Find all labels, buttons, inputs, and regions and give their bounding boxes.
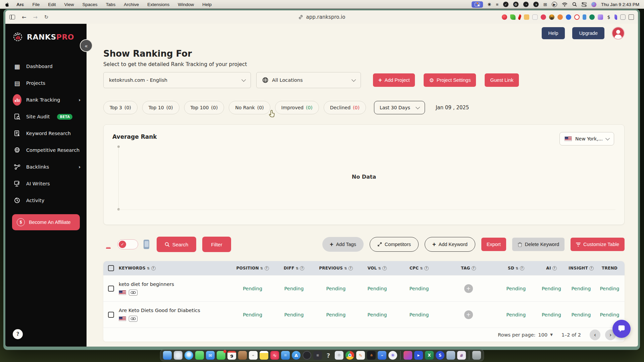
info-icon[interactable]: ? [589,266,594,270]
grid-status-icon[interactable]: ⊞ [543,2,547,7]
info-icon[interactable]: ? [472,266,476,270]
help-bubble-button[interactable]: ? [13,329,23,339]
menu-file[interactable]: File [33,2,40,7]
dock-icon-app-b[interactable]: ▶ [414,351,423,360]
ext-icon-dollar[interactable]: $ [606,14,611,20]
info-icon[interactable]: ? [265,266,269,270]
sidebar-item-dashboard[interactable]: ▦ Dashboard [5,58,87,75]
column-vol[interactable]: VOL ⇅ ? [358,266,397,270]
sidebar-toggle-icon[interactable] [9,15,15,19]
spotlight-search-icon[interactable] [572,2,577,7]
add-tag-button[interactable]: + [464,284,473,293]
sidebar-item-backlinks[interactable]: Backlinks › [5,159,87,175]
info-icon[interactable]: ? [520,266,524,270]
sort-icon[interactable]: ⇅ [516,266,519,270]
sidebar-item-projects[interactable]: ▤ Projects [5,75,87,92]
ext-icon-card[interactable] [620,14,626,20]
dock-icon-screenshot[interactable]: ⌾ [335,351,343,360]
guest-link-button[interactable]: Guest Link [485,73,519,87]
sidebar-item-site-audit[interactable]: Site Audit BETA [5,108,87,125]
ext-icon-red-disc[interactable] [541,14,546,20]
chip-improved[interactable]: Improved (0) [275,101,319,114]
dock-icon-messages[interactable] [195,351,204,360]
chevron-down-icon[interactable]: ▼ [550,333,553,337]
dock-icon-app-store[interactable]: A [292,351,301,360]
chart-location-select[interactable]: New York,... [559,132,614,145]
menu-extensions[interactable]: Extensions [147,2,169,7]
dock-icon-keynote[interactable]: ⌗ [281,351,290,360]
menu-help[interactable]: Help [202,2,212,7]
forward-icon[interactable]: → [33,14,37,20]
apple-menu-icon[interactable] [5,2,10,7]
menu-arc[interactable]: Arc [16,2,24,7]
column-tag[interactable]: TAG ? [441,266,495,270]
column-ai[interactable]: AI ? [537,266,566,270]
ext-icon-blue[interactable] [566,14,571,20]
dock-icon-slack[interactable]: # [457,351,466,360]
sort-icon[interactable]: ⇅ [147,266,150,270]
row-checkbox[interactable] [108,286,114,292]
reload-icon[interactable]: ↻ [44,14,49,20]
dock-icon-finder[interactable] [163,351,172,360]
play-status-icon[interactable]: ▶ [552,2,557,7]
delete-keyword-button[interactable]: Delete Keyword [512,238,565,251]
export-button[interactable]: Export [481,238,506,251]
dock-icon-contacts[interactable] [238,351,247,360]
ext-icon-folder[interactable] [524,14,529,20]
keyword-name[interactable]: keto diet for beginners [119,282,231,287]
column-cpc[interactable]: CPC ⇅ ? [397,266,441,270]
column-sd[interactable]: SD ⇅ ? [495,266,537,270]
menu-view[interactable]: View [64,2,74,7]
chip-no-rank[interactable]: No Rank (0) [229,101,270,114]
column-previous[interactable]: PREVIOUS ⇅ ? [314,266,358,270]
control-center-icon[interactable] [582,2,587,7]
info-icon[interactable]: ? [151,266,156,270]
select-all-checkbox[interactable] [108,265,114,271]
dock-icon-trash[interactable] [472,351,481,360]
ext-icon-monkey[interactable] [557,14,563,20]
rows-per-page-select[interactable]: 100 [538,332,547,338]
ext-icon-pen[interactable] [518,14,522,20]
textlines-status-icon[interactable]: ≡ [496,2,498,7]
sort-icon[interactable]: ⇅ [378,266,381,270]
gear-status-icon[interactable]: ⚙ [513,2,519,7]
sidebar-item-rank-tracking[interactable]: Rank Tracking › [5,92,87,108]
split-view-icon[interactable] [629,14,634,20]
dock-icon-pages[interactable]: ✎ [356,351,365,360]
add-keyword-button[interactable]: + Add Keyword [425,237,475,252]
sidebar-item-ai-writers[interactable]: AI Writers [5,175,87,192]
dock-icon-stocks[interactable]: S [436,351,444,360]
ext-icon-swirl[interactable] [549,14,554,20]
dock-icon-unknown[interactable]: ? [324,351,333,360]
customize-table-button[interactable]: Customize Table [571,238,625,251]
sort-icon[interactable]: ⇅ [296,266,299,270]
menu-window[interactable]: Window [178,2,194,7]
sort-icon[interactable]: ⇅ [344,266,347,270]
menu-spaces[interactable]: Spaces [83,2,98,7]
add-project-button[interactable]: + Add Project [373,73,415,87]
wifi-icon[interactable] [562,2,568,7]
column-keywords[interactable]: KEYWORDS ⇅ ? [119,266,231,270]
menubar-clock[interactable]: Thu Jan 9 2:43 PM [601,2,639,7]
address-bar[interactable]: app.rankspro.io [298,14,345,20]
upgrade-button[interactable]: Upgrade [572,27,604,39]
link-icon[interactable] [129,316,138,322]
dock-icon-voice-memos[interactable]: ıllı [367,351,376,360]
siri-icon[interactable] [591,2,596,7]
mobile-device-icon[interactable] [144,240,149,249]
pinwheel-status-icon[interactable]: ✳ [488,2,491,7]
dock-icon-calendar[interactable]: 9 [227,351,236,360]
column-position[interactable]: POSITION ⇅ ? [231,266,274,270]
period-select[interactable]: Last 30 Days [374,101,425,114]
filter-button[interactable]: Filter [202,237,231,252]
location-select[interactable]: All Locations [256,72,361,88]
dock-icon-safari[interactable] [184,351,193,360]
sidebar-item-activity[interactable]: Activity [5,192,87,209]
back-icon[interactable]: ← [22,14,26,20]
desktop-device-icon[interactable] [103,240,113,249]
avatar[interactable] [612,27,625,40]
sort-icon[interactable]: ⇅ [420,266,423,270]
dock-icon-fitness[interactable]: ∿ [270,351,279,360]
chip-declined[interactable]: Declined (0) [324,101,366,114]
help-button[interactable]: Help [542,27,565,39]
